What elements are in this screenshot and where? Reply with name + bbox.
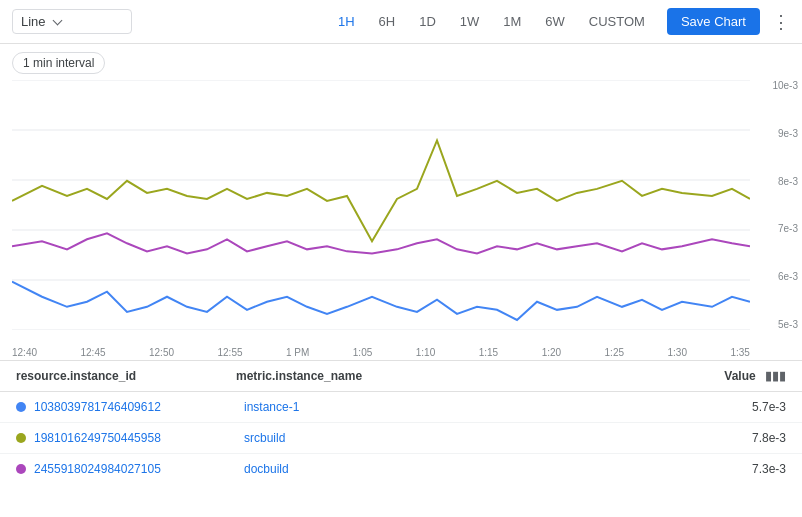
table-header: resource.instance_id metric.instance_nam… [0, 361, 802, 392]
x-label-5: 1:05 [353, 347, 372, 358]
x-label-7: 1:15 [479, 347, 498, 358]
resource-id-cell-2[interactable]: 245591802498402710​5 [34, 462, 244, 476]
value-cell-2: 7.3e-3 [706, 462, 786, 476]
x-label-6: 1:10 [416, 347, 435, 358]
interval-badge-container: 1 min interval [0, 44, 802, 78]
save-chart-button[interactable]: Save Chart [667, 8, 760, 35]
x-label-10: 1:30 [668, 347, 687, 358]
data-table: resource.instance_id metric.instance_nam… [0, 360, 802, 484]
y-label-4: 6e-3 [778, 271, 798, 282]
y-label-0: 10e-3 [772, 80, 798, 91]
interval-badge: 1 min interval [12, 52, 105, 74]
metric-name-cell-0[interactable]: instance-1 [244, 400, 706, 414]
y-label-1: 9e-3 [778, 128, 798, 139]
x-axis-labels: 12:40 12:45 12:50 12:55 1 PM 1:05 1:10 1… [12, 347, 750, 358]
time-btn-1h[interactable]: 1H [328, 9, 365, 34]
x-label-0: 12:40 [12, 347, 37, 358]
time-btn-1w[interactable]: 1W [450, 9, 490, 34]
chart-type-label: Line [21, 14, 46, 29]
x-label-9: 1:25 [605, 347, 624, 358]
y-axis-labels: 10e-3 9e-3 8e-3 7e-3 6e-3 5e-3 [772, 80, 798, 330]
resource-col-header: resource.instance_id [16, 369, 236, 383]
x-label-11: 1:35 [730, 347, 749, 358]
y-label-2: 8e-3 [778, 176, 798, 187]
value-col-header: Value ▮▮▮ [706, 369, 786, 383]
time-controls: 1H 6H 1D 1W 1M 6W CUSTOM Save Chart ⋮ [328, 8, 790, 35]
time-btn-1d[interactable]: 1D [409, 9, 446, 34]
series-dot-olive [16, 433, 26, 443]
x-label-2: 12:50 [149, 347, 174, 358]
value-cell-0: 5.7e-3 [706, 400, 786, 414]
chart-area: 10e-3 9e-3 8e-3 7e-3 6e-3 5e-3 12:40 12:… [0, 80, 802, 360]
resource-id-cell-0[interactable]: 103803978174640961​2 [34, 400, 244, 414]
chart-type-dropdown[interactable]: Line [12, 9, 132, 34]
series-dot-blue [16, 402, 26, 412]
series-dot-purple [16, 464, 26, 474]
time-btn-6w[interactable]: 6W [535, 9, 575, 34]
chevron-down-icon [52, 15, 62, 25]
time-btn-6h[interactable]: 6H [369, 9, 406, 34]
time-btn-1m[interactable]: 1M [493, 9, 531, 34]
table-columns-icon[interactable]: ▮▮▮ [765, 369, 786, 383]
metric-name-cell-2[interactable]: docbuild [244, 462, 706, 476]
table-row: 198101624975044595​8 srcbuild 7.8e-3 [0, 423, 802, 454]
y-label-5: 5e-3 [778, 319, 798, 330]
x-label-3: 12:55 [218, 347, 243, 358]
metric-name-cell-1[interactable]: srcbuild [244, 431, 706, 445]
metric-col-header: metric.instance_name [236, 369, 706, 383]
table-row: 245591802498402710​5 docbuild 7.3e-3 [0, 454, 802, 484]
time-btn-custom[interactable]: CUSTOM [579, 9, 655, 34]
y-label-3: 7e-3 [778, 223, 798, 234]
x-label-1: 12:45 [81, 347, 106, 358]
value-cell-1: 7.8e-3 [706, 431, 786, 445]
chart-svg [12, 80, 750, 330]
x-label-8: 1:20 [542, 347, 561, 358]
table-row: 103803978174640961​2 instance-1 5.7e-3 [0, 392, 802, 423]
more-options-icon[interactable]: ⋮ [772, 11, 790, 33]
x-label-4: 1 PM [286, 347, 309, 358]
toolbar: Line 1H 6H 1D 1W 1M 6W CUSTOM Save Chart… [0, 0, 802, 44]
resource-id-cell-1[interactable]: 198101624975044595​8 [34, 431, 244, 445]
